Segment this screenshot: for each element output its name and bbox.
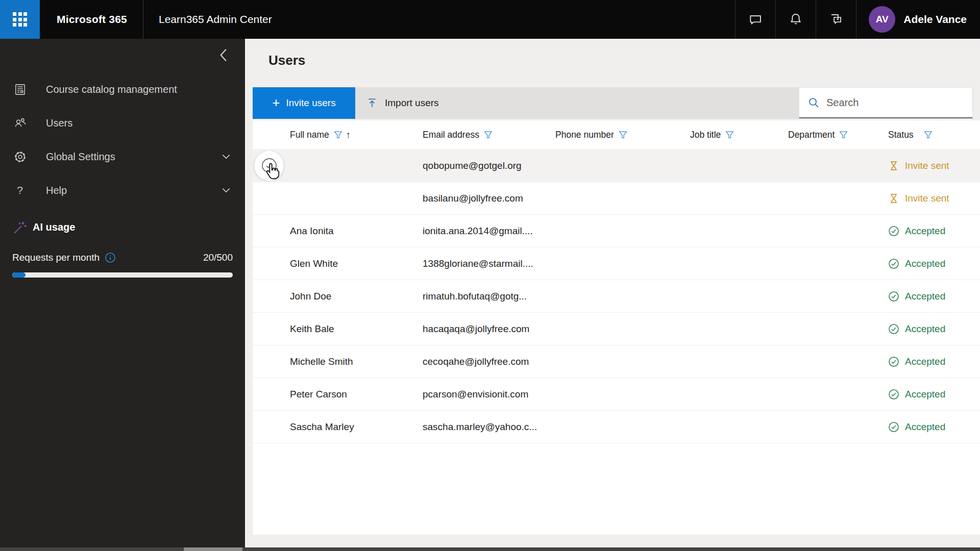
help-icon: ?	[12, 183, 28, 198]
feedback-icon	[828, 12, 844, 27]
messages-button[interactable]	[735, 0, 775, 39]
cell-status: Accepted	[888, 389, 980, 400]
cell-email: 1388gloriane@starmail....	[423, 258, 555, 269]
app-launcher-button[interactable]	[0, 0, 40, 39]
sidebar-item-users[interactable]: Users	[0, 106, 245, 140]
filter-icon[interactable]	[725, 131, 734, 139]
filter-icon[interactable]	[484, 131, 493, 139]
cell-status: Accepted	[888, 421, 980, 433]
cell-full-name: Glen White	[290, 258, 423, 269]
cell-full-name: Ana Ionita	[290, 226, 423, 237]
sidebar-item-global-settings[interactable]: Global Settings	[0, 140, 245, 173]
users-icon	[12, 115, 28, 131]
status-text: Accepted	[905, 226, 945, 237]
table-row[interactable]: qobopume@gotgel.org Invite sent	[253, 149, 980, 182]
sidebar-item-ai-usage[interactable]: AI usage	[12, 214, 233, 240]
invite-sent-hourglass-icon	[888, 193, 899, 204]
learn365-admin-center: Microsoft 365 Learn365 Admin Center	[0, 0, 980, 551]
import-users-button[interactable]: Import users	[355, 87, 799, 119]
horizontal-scrollbar[interactable]	[0, 547, 980, 551]
search-icon	[808, 97, 820, 109]
toolbar: + Invite users Import users	[253, 87, 973, 119]
chevron-down-icon[interactable]	[220, 185, 232, 196]
accepted-check-icon	[888, 291, 899, 302]
header-department[interactable]: Department	[788, 130, 888, 140]
users-table: Full name ↑ Email address Phone number J…	[253, 120, 980, 443]
cell-full-name: Keith Bale	[290, 323, 423, 335]
avatar[interactable]: AV	[869, 6, 895, 33]
table-row[interactable]: Sascha Marley sascha.marley@yahoo.c... A…	[253, 411, 980, 443]
collapse-sidebar-button[interactable]	[216, 47, 232, 63]
table-row[interactable]: basilanu@jollyfree.com Invite sent	[253, 182, 980, 215]
cell-email: basilanu@jollyfree.com	[423, 193, 555, 204]
header-phone-number[interactable]: Phone number	[555, 130, 690, 140]
status-text: Accepted	[905, 258, 945, 269]
header-status[interactable]: Status	[888, 130, 980, 140]
accepted-check-icon	[888, 323, 899, 335]
accepted-check-icon	[888, 226, 899, 237]
sort-ascending-icon[interactable]: ↑	[346, 130, 351, 140]
header-job-title[interactable]: Job title	[690, 130, 788, 140]
sidebar-nav: Course catalog management Users Global S…	[0, 39, 245, 547]
cell-status: Accepted	[888, 258, 980, 269]
upload-icon	[366, 97, 378, 109]
account-menu[interactable]: AV Adele Vance	[856, 0, 980, 39]
search-input[interactable]	[826, 97, 967, 109]
status-text: Invite sent	[905, 160, 949, 171]
status-text: Accepted	[905, 356, 945, 367]
waffle-icon	[13, 12, 27, 27]
sidebar-item-course-catalog[interactable]: Course catalog management	[0, 72, 245, 106]
accepted-check-icon	[888, 389, 899, 400]
plus-icon: +	[272, 96, 280, 109]
search-box	[799, 87, 973, 118]
usage-progress-bar	[12, 272, 233, 278]
invite-users-button[interactable]: + Invite users	[253, 87, 355, 119]
brand-microsoft-365[interactable]: Microsoft 365	[40, 0, 143, 39]
cell-email: hacaqaqa@jollyfree.com	[423, 323, 555, 335]
row-select-cell[interactable]	[253, 151, 290, 181]
status-text: Accepted	[905, 291, 945, 302]
table-row[interactable]: John Doe rimatuh.bofutaq@gotg... Accepte…	[253, 280, 980, 313]
invite-users-label: Invite users	[286, 97, 336, 109]
accepted-check-icon	[888, 356, 899, 367]
cell-full-name: Michelle Smith	[290, 356, 423, 367]
table-row[interactable]: Peter Carson pcarson@envisionit.com Acce…	[253, 378, 980, 411]
cell-status: Accepted	[888, 323, 980, 335]
sidebar-item-help[interactable]: ? Help	[0, 173, 245, 207]
header-email-address[interactable]: Email address	[423, 130, 555, 140]
feedback-button[interactable]	[816, 0, 856, 39]
main-content: Users + Invite users Import users	[245, 39, 980, 547]
notifications-button[interactable]	[775, 0, 816, 39]
filter-icon[interactable]	[839, 131, 848, 139]
requests-label: Requests per month	[12, 252, 100, 263]
table-body: qobopume@gotgel.org Invite sent basilanu…	[253, 149, 980, 443]
table-row[interactable]: Michelle Smith cecoqahe@jollyfree.com Ac…	[253, 345, 980, 378]
status-text: Accepted	[905, 389, 945, 400]
table-row[interactable]: Ana Ionita ionita.ana.2014@gmail.... Acc…	[253, 215, 980, 247]
table-row[interactable]: Keith Bale hacaqaqa@jollyfree.com Accept…	[253, 313, 980, 345]
sidebar-nav-list: Course catalog management Users Global S…	[0, 72, 245, 207]
cell-email: ionita.ana.2014@gmail....	[423, 226, 555, 237]
cell-full-name: Peter Carson	[290, 389, 423, 400]
accepted-check-icon	[888, 258, 899, 269]
requests-value: 20/500	[203, 252, 233, 263]
row-select-button[interactable]	[254, 151, 284, 181]
header-full-name[interactable]: Full name ↑	[290, 130, 423, 140]
ai-usage-label: AI usage	[33, 221, 75, 233]
filter-icon[interactable]	[924, 131, 933, 139]
table-row[interactable]: Glen White 1388gloriane@starmail.... Acc…	[253, 247, 980, 280]
cell-status: Accepted	[888, 226, 980, 237]
chevron-down-icon[interactable]	[220, 151, 232, 162]
cell-email: cecoqahe@jollyfree.com	[423, 356, 555, 367]
account-name: Adele Vance	[903, 13, 967, 26]
scrollbar-thumb[interactable]	[184, 547, 242, 551]
status-text: Accepted	[905, 323, 945, 335]
info-icon[interactable]	[105, 252, 116, 263]
status-text: Invite sent	[905, 193, 949, 204]
accepted-check-icon	[888, 421, 899, 433]
app-title: Learn365 Admin Center	[143, 0, 287, 39]
cell-email: qobopume@gotgel.org	[423, 160, 555, 171]
filter-icon[interactable]	[334, 131, 342, 139]
ai-usage-section: AI usage Requests per month 20/500	[0, 214, 245, 278]
filter-icon[interactable]	[619, 131, 627, 139]
